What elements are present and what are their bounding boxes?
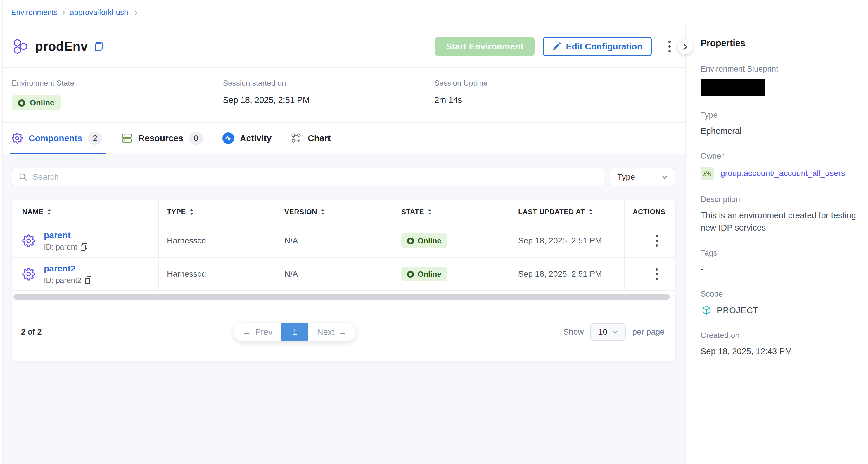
copy-id-icon[interactable] [81, 243, 87, 251]
sort-icon [428, 208, 432, 215]
property-created-on: Created on Sep 18, 2025, 12:43 PM [701, 331, 858, 357]
column-header-version[interactable]: VERSION [276, 200, 393, 224]
online-ring-icon [407, 238, 414, 244]
left-gutter [0, 0, 3, 464]
property-type: Type Ephemeral [701, 111, 858, 137]
tab-components[interactable]: Components 2 [12, 123, 102, 154]
tab-chart[interactable]: Chart [291, 123, 331, 154]
property-description: Description This is an environment creat… [701, 195, 858, 234]
property-owner: Owner group:account/_account_all_users [701, 151, 858, 180]
column-header-type[interactable]: TYPE [159, 200, 276, 224]
tab-activity[interactable]: Activity [222, 123, 272, 154]
component-name-link[interactable]: parent2 [44, 264, 91, 274]
tab-bar: Components 2 Resources 0 [3, 123, 685, 154]
result-count: 2 of 2 [21, 328, 42, 337]
table-row: parent2 ID: parent2 Harnesscd N/A Online [12, 258, 675, 291]
cell-last-updated: Sep 18, 2025, 2:51 PM [510, 224, 624, 257]
components-table: NAME TYPE VERSION STATE [12, 200, 675, 361]
stat-environment-state: Environment State Online [12, 79, 223, 122]
more-options-menu[interactable] [665, 38, 674, 55]
components-tab-content: Type NAME TYPE [3, 154, 685, 464]
online-ring-icon [18, 99, 25, 107]
component-gear-icon [22, 234, 35, 247]
breadcrumb-separator: › [62, 8, 65, 17]
breadcrumb-environments[interactable]: Environments [11, 8, 58, 17]
online-ring-icon [407, 271, 414, 278]
copy-id-icon[interactable] [85, 276, 91, 284]
status-badge: Online [401, 267, 447, 281]
session-stats: Environment State Online Session started… [3, 68, 685, 123]
cell-type: Harnesscd [159, 258, 276, 290]
row-actions-menu[interactable] [653, 232, 661, 250]
search-icon [19, 173, 28, 181]
column-header-name[interactable]: NAME [12, 200, 159, 224]
environment-hexagons-icon [12, 38, 29, 55]
pagination: 2 of 2 ← Prev 1 Next → Show [12, 303, 675, 361]
component-id: ID: parent2 [44, 276, 91, 285]
component-name-link[interactable]: parent [44, 230, 87, 240]
copy-name-icon[interactable] [95, 42, 102, 51]
cell-last-updated: Sep 18, 2025, 2:51 PM [510, 258, 624, 290]
component-id: ID: parent [44, 243, 87, 252]
blueprint-redacted-value [701, 79, 766, 96]
chevron-down-icon [613, 331, 618, 334]
cell-state: Online [393, 258, 510, 290]
type-filter-dropdown[interactable]: Type [610, 168, 675, 186]
breadcrumb-project[interactable]: approvalforkhushi [70, 8, 130, 17]
sort-icon [47, 208, 52, 215]
sort-icon [589, 208, 593, 215]
cell-version: N/A [276, 224, 393, 257]
search-input[interactable] [32, 172, 597, 182]
column-header-actions: ACTIONS [624, 200, 675, 224]
properties-panel: Properties Environment Blueprint Type Ep… [685, 25, 868, 464]
properties-title: Properties [701, 37, 858, 50]
page-title: prodEnv [35, 39, 88, 54]
owner-group-link[interactable]: group:account/_account_all_users [720, 168, 845, 178]
breadcrumb: Environments › approvalforkhushi › [3, 0, 868, 25]
resources-count-badge: 0 [189, 132, 203, 145]
page-size-control: Show 10 per page [563, 323, 664, 341]
breadcrumb-separator: › [134, 8, 137, 17]
status-badge: Online [12, 95, 61, 111]
cell-state: Online [393, 224, 510, 257]
collapse-panel-button[interactable] [678, 39, 693, 54]
left-arrow-icon: ← [243, 327, 251, 337]
tab-resources[interactable]: Resources 0 [121, 123, 203, 154]
property-scope: Scope PROJECT [701, 289, 858, 316]
edit-configuration-button[interactable]: Edit Configuration [543, 37, 652, 56]
component-gear-icon [22, 268, 35, 280]
cube-icon [701, 305, 712, 316]
components-count-badge: 2 [88, 132, 102, 145]
pencil-icon [552, 42, 561, 51]
chevron-right-icon [683, 43, 687, 50]
page-number-current[interactable]: 1 [281, 322, 308, 341]
prev-page-button[interactable]: ← Prev [234, 322, 281, 341]
column-header-state[interactable]: STATE [393, 200, 510, 224]
right-arrow-icon: → [338, 327, 347, 337]
group-avatar [701, 166, 714, 180]
horizontal-scroll-area [12, 291, 675, 303]
main-content: prodEnv Start Environment Edit Configura… [3, 25, 685, 464]
stat-session-uptime: Session Uptime 2m 14s [434, 79, 646, 122]
pager: ← Prev 1 Next → [234, 322, 356, 341]
column-header-last-updated[interactable]: LAST UPDATED AT [510, 200, 624, 224]
property-tags: Tags - [701, 248, 858, 275]
activity-icon [222, 132, 234, 144]
property-blueprint: Environment Blueprint [701, 64, 858, 96]
next-page-button[interactable]: Next → [308, 322, 356, 341]
table-row: parent ID: parent Harnesscd N/A Online [12, 224, 675, 258]
row-actions-menu[interactable] [653, 265, 661, 283]
horizontal-scrollbar[interactable] [13, 294, 670, 300]
start-environment-button[interactable]: Start Environment [435, 37, 534, 56]
environment-details-page: Environments › approvalforkhushi › prodE… [0, 0, 868, 464]
sort-icon [320, 208, 325, 215]
cell-type: Harnesscd [159, 224, 276, 257]
stat-session-started: Session started on Sep 18, 2025, 2:51 PM [223, 79, 434, 122]
environment-header: prodEnv Start Environment Edit Configura… [3, 25, 685, 68]
page-size-dropdown[interactable]: 10 [590, 323, 626, 341]
chart-flow-icon [291, 133, 302, 144]
chevron-down-icon [662, 175, 668, 179]
gear-icon [12, 133, 23, 144]
status-badge: Online [401, 234, 447, 248]
cell-version: N/A [276, 258, 393, 290]
